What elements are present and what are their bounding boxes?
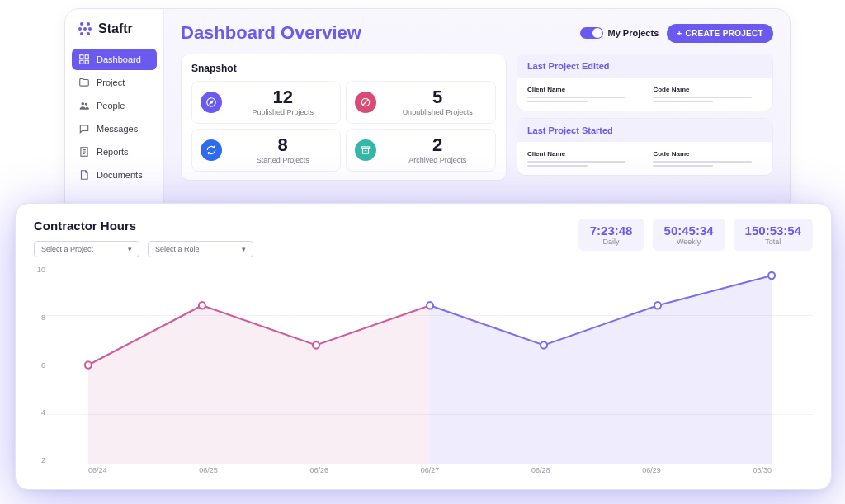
- stat-label: Unpublished Projects: [388, 108, 486, 116]
- sidebar-item-label: Documents: [97, 170, 143, 180]
- report-icon: [78, 146, 90, 158]
- select-role-dropdown[interactable]: Select a Role ▾: [148, 241, 253, 257]
- timer-value: 7:23:48: [590, 224, 633, 238]
- last-project-started-card: Last Project Started Client Name Code Na…: [517, 118, 773, 176]
- sidebar-item-label: Project: [97, 78, 125, 87]
- timer-label: Total: [745, 238, 801, 246]
- chevron-down-icon: ▾: [242, 245, 246, 253]
- card-title: Last Project Started: [517, 119, 772, 142]
- field-label: Code Name: [653, 150, 762, 158]
- toggle-label: My Projects: [608, 28, 659, 38]
- svg-rect-9: [80, 60, 83, 64]
- logo-icon: [77, 21, 93, 37]
- timers: 7:23:48 Daily 50:45:34 Weekly 150:53:54 …: [578, 219, 813, 251]
- field-label: Client Name: [527, 86, 637, 93]
- svg-point-30: [768, 272, 775, 279]
- stat-grid: 12 Published Projects 5 Unpublished Proj…: [191, 81, 496, 172]
- sidebar-item-reports[interactable]: Reports: [72, 141, 157, 163]
- stat-value: 2: [388, 136, 486, 154]
- chevron-down-icon: ▾: [128, 245, 132, 253]
- sidebar-item-label: Dashboard: [97, 54, 141, 64]
- my-projects-toggle[interactable]: My Projects: [580, 27, 659, 39]
- stat-value: 12: [234, 88, 332, 106]
- create-project-button[interactable]: + CREATE PROJECT: [667, 24, 773, 43]
- folder-icon: [78, 77, 90, 88]
- y-tick: 4: [34, 408, 45, 417]
- sidebar-item-messages[interactable]: Messages: [72, 118, 157, 139]
- svg-point-29: [654, 302, 661, 309]
- grid-icon: [78, 54, 90, 65]
- stat-label: Started Projects: [234, 156, 332, 164]
- svg-rect-7: [80, 55, 83, 59]
- svg-rect-10: [85, 60, 88, 64]
- x-tick: 06/28: [531, 466, 550, 481]
- svg-point-28: [541, 341, 547, 348]
- sidebar-item-documents[interactable]: Documents: [72, 164, 157, 186]
- svg-point-12: [85, 103, 87, 106]
- archive-icon: [355, 139, 376, 161]
- sidebar-item-people[interactable]: People: [72, 95, 157, 116]
- sidebar-item-label: Reports: [97, 147, 129, 157]
- contractor-hours-panel: Contractor Hours Select a Project ▾ Sele…: [15, 203, 832, 490]
- code-name-field: Code Name: [653, 150, 762, 167]
- x-tick: 06/29: [642, 466, 661, 481]
- code-name-field: Code Name: [653, 86, 762, 102]
- stat-value: 8: [234, 136, 332, 154]
- sidebar-item-dashboard[interactable]: Dashboard: [72, 49, 157, 70]
- y-tick: 6: [34, 361, 45, 370]
- snapshot-title: Snapshot: [191, 63, 496, 74]
- eye-off-icon: [355, 92, 376, 113]
- x-tick: 06/30: [753, 466, 772, 481]
- stat-published: 12 Published Projects: [191, 81, 341, 124]
- people-icon: [78, 100, 90, 111]
- stat-value: 5: [388, 88, 486, 106]
- x-tick: 06/27: [421, 466, 440, 481]
- svg-point-5: [80, 32, 83, 35]
- brand-logo: Staftr: [72, 21, 157, 49]
- chart-title: Contractor Hours: [34, 219, 253, 233]
- chart-area: 10 8 6 4 2 06/24 06/25 06/26 06/27 06/28…: [47, 266, 813, 481]
- svg-point-11: [82, 102, 85, 106]
- stat-label: Archived Projects: [388, 156, 486, 164]
- timer-label: Weekly: [664, 238, 714, 246]
- timer-value: 150:53:54: [745, 224, 801, 238]
- x-axis: 06/24 06/25 06/26 06/27 06/28 06/29 06/3…: [47, 466, 813, 481]
- y-tick: 2: [34, 456, 45, 464]
- timer-label: Daily: [590, 238, 633, 246]
- compass-icon: [201, 92, 222, 113]
- chart-header: Contractor Hours Select a Project ▾ Sele…: [34, 219, 813, 257]
- document-icon: [78, 169, 90, 181]
- y-tick: 10: [34, 266, 45, 274]
- select-label: Select a Project: [41, 245, 93, 253]
- svg-point-2: [78, 27, 82, 31]
- snapshot-card: Snapshot 12 Published Projects: [181, 54, 507, 181]
- svg-rect-8: [85, 55, 88, 59]
- sidebar-item-project[interactable]: Project: [72, 72, 157, 93]
- timer-daily: 7:23:48 Daily: [578, 219, 644, 251]
- x-tick: 06/26: [309, 466, 328, 481]
- x-tick: 06/24: [88, 466, 107, 481]
- svg-marker-18: [210, 101, 213, 104]
- brand-name: Staftr: [98, 21, 133, 36]
- select-project-dropdown[interactable]: Select a Project ▾: [34, 241, 139, 257]
- timer-weekly: 50:45:34 Weekly: [653, 219, 725, 251]
- page-title: Dashboard Overview: [181, 22, 361, 44]
- svg-point-26: [313, 341, 319, 348]
- header: Dashboard Overview My Projects + CREATE …: [181, 22, 773, 44]
- client-name-field: Client Name: [527, 150, 637, 167]
- x-tick: 06/25: [199, 466, 218, 481]
- last-project-edited-card: Last Project Edited Client Name Code Nam…: [517, 54, 773, 111]
- header-actions: My Projects + CREATE PROJECT: [580, 24, 773, 43]
- chart-plot: [47, 266, 813, 464]
- svg-line-20: [363, 100, 369, 106]
- toggle-track: [580, 27, 603, 39]
- select-label: Select a Role: [155, 245, 200, 253]
- content-columns: Snapshot 12 Published Projects: [181, 54, 773, 181]
- message-icon: [78, 123, 90, 134]
- plus-icon: +: [677, 29, 682, 38]
- y-axis: 10 8 6 4 2: [34, 266, 45, 464]
- chart-selectors: Select a Project ▾ Select a Role ▾: [34, 241, 253, 257]
- timer-value: 50:45:34: [664, 224, 714, 238]
- svg-point-1: [87, 22, 90, 26]
- timer-total: 150:53:54 Total: [734, 219, 813, 251]
